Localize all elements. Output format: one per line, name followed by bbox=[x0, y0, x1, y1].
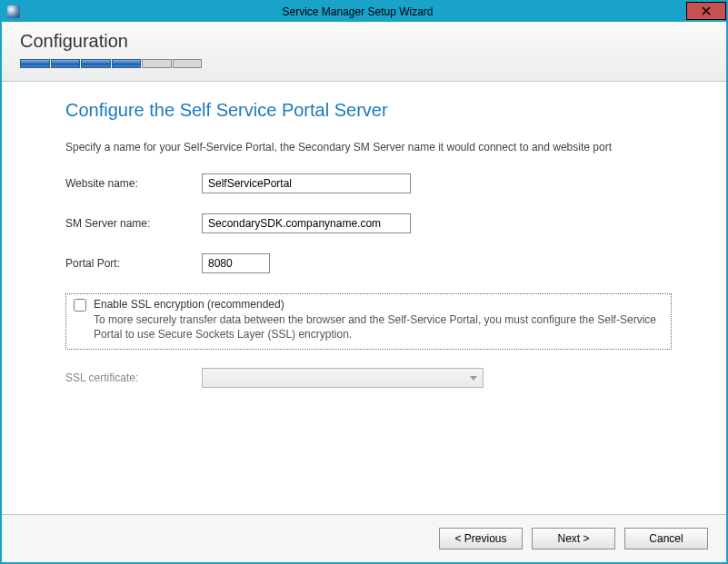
wizard-content: Configure the Self Service Portal Server… bbox=[2, 82, 726, 514]
website-input[interactable] bbox=[202, 173, 411, 193]
progress-seg bbox=[142, 59, 172, 68]
port-input[interactable] bbox=[202, 253, 270, 273]
progress-bar bbox=[20, 59, 202, 68]
server-input[interactable] bbox=[202, 213, 411, 233]
page-instruction: Specify a name for your Self-Service Por… bbox=[65, 141, 672, 153]
close-icon bbox=[702, 6, 711, 15]
wizard-window: Service Manager Setup Wizard Configurati… bbox=[0, 0, 728, 564]
server-label: SM Server name: bbox=[65, 217, 202, 230]
next-button[interactable]: Next > bbox=[532, 528, 615, 549]
wizard-footer: < Previous Next > Cancel bbox=[2, 514, 726, 562]
ssl-checkbox[interactable] bbox=[74, 299, 86, 312]
progress-seg bbox=[20, 59, 50, 68]
title-bar: Service Manager Setup Wizard bbox=[2, 2, 726, 22]
chevron-down-icon bbox=[470, 376, 477, 381]
section-title: Configuration bbox=[20, 31, 708, 52]
page-title: Configure the Self Service Portal Server bbox=[65, 100, 672, 121]
ssl-description: To more securely transfer data between t… bbox=[94, 312, 663, 341]
app-icon bbox=[7, 5, 20, 18]
ssl-text: Enable SSL encryption (recommended) To m… bbox=[94, 298, 663, 341]
cert-combobox[interactable] bbox=[202, 368, 484, 388]
wizard-header: Configuration bbox=[2, 22, 726, 82]
previous-button[interactable]: < Previous bbox=[439, 528, 523, 549]
website-label: Website name: bbox=[65, 177, 202, 190]
server-row: SM Server name: bbox=[65, 213, 672, 233]
ssl-group: Enable SSL encryption (recommended) To m… bbox=[65, 293, 672, 350]
progress-seg bbox=[173, 59, 203, 68]
close-button[interactable] bbox=[686, 2, 726, 20]
progress-seg bbox=[112, 59, 142, 68]
cert-dropdown-toggle[interactable] bbox=[466, 370, 481, 386]
port-row: Portal Port: bbox=[65, 253, 672, 273]
ssl-title: Enable SSL encryption (recommended) bbox=[94, 298, 663, 311]
window-title: Service Manager Setup Wizard bbox=[25, 5, 726, 18]
progress-seg bbox=[51, 59, 81, 68]
cert-label: SSL certificate: bbox=[65, 371, 202, 384]
website-row: Website name: bbox=[65, 173, 672, 193]
svg-marker-2 bbox=[470, 376, 477, 381]
progress-seg bbox=[81, 59, 111, 68]
port-label: Portal Port: bbox=[65, 257, 202, 270]
cert-row: SSL certificate: bbox=[65, 368, 672, 388]
cancel-button[interactable]: Cancel bbox=[624, 528, 708, 549]
